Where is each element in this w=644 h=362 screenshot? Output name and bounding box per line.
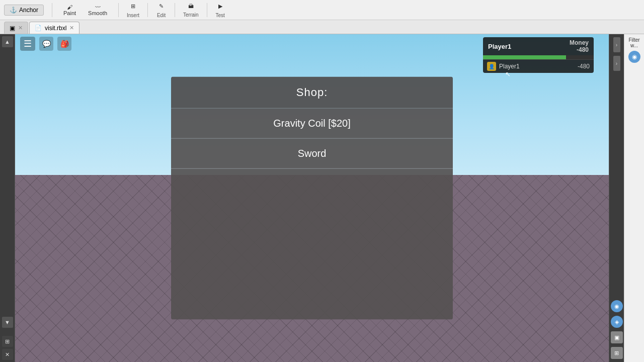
shop-title: Shop: (171, 77, 453, 109)
anchor-icon: ⚓ (10, 7, 17, 14)
filter-icon[interactable]: ◉ (628, 51, 640, 63)
bottom-icon-1[interactable]: ⊞ (2, 336, 13, 347)
smooth-btn[interactable]: 〰 Smooth (85, 3, 110, 17)
money-value: -480 (577, 46, 589, 53)
paint-btn[interactable]: 🖌 Paint (60, 3, 79, 17)
player-avatar: 👤 (487, 62, 496, 71)
player-name: Player1 (488, 43, 511, 50)
toolbar-divider-3 (147, 3, 148, 17)
anchor-btn[interactable]: ⚓ Anchor (4, 5, 44, 16)
tab-file-close[interactable]: ✕ (69, 25, 74, 31)
toolbar-divider-2 (118, 3, 119, 17)
game-viewport[interactable]: ☰ 💬 🎒 Player1 Money -480 👤 Player1 -480 (15, 34, 609, 362)
main-area: ▲ ▼ ⊞ ✕ ☰ 💬 🎒 Player1 Money -480 (0, 34, 644, 362)
tab-file-icon: 📄 (35, 25, 42, 31)
tab-main[interactable]: ▣ ✕ (4, 22, 28, 34)
filter-label: Filter w... (625, 36, 643, 49)
tab-main-icon: ▣ (10, 25, 15, 32)
edit-btn[interactable]: ✎ (156, 2, 167, 11)
insert-icon: ⊞ (131, 3, 135, 10)
player-health-bar (483, 55, 566, 59)
edit-label: Edit (157, 13, 166, 18)
player-row: 👤 Player1 -480 (483, 59, 594, 73)
edit-section: ✎ Edit (156, 2, 167, 18)
toolbar-left-group: ⚓ Anchor (4, 5, 44, 16)
output-icon[interactable]: ⊞ (611, 347, 623, 359)
insert-section: ⊞ Insert (127, 2, 139, 18)
terrain-btn[interactable]: 🏔 (185, 2, 197, 10)
terrain-section: 🏔 Terrain (183, 2, 199, 18)
player-info-panel: Player1 Money -480 👤 Player1 -480 (483, 37, 594, 73)
smooth-label: Smooth (88, 10, 107, 16)
money-label: Money (570, 39, 589, 46)
collapse-arrow-top[interactable]: › (613, 37, 620, 52)
terrain-icon: 🏔 (188, 3, 194, 9)
test-section: ▶ Test (215, 2, 225, 18)
toolbar-divider-5 (207, 3, 207, 17)
properties-icon[interactable]: ◉ (611, 300, 623, 312)
tabbar: ▣ ✕ 📄 visit.rbxl ✕ (0, 20, 644, 34)
test-icon: ▶ (218, 3, 222, 10)
toolbar-divider-4 (175, 3, 175, 17)
left-sidebar: ▲ ▼ ⊞ ✕ (0, 34, 15, 362)
scroll-up-arrow[interactable]: ▲ (2, 36, 13, 47)
terrain-label: Terrain (183, 12, 199, 18)
scroll-down-arrow[interactable]: ▼ (2, 317, 13, 328)
shop-empty-area (171, 169, 453, 320)
toolbar-divider-1 (52, 3, 52, 17)
paint-icon: 🖌 (67, 4, 72, 10)
backpack-button[interactable]: 🎒 (57, 37, 71, 51)
player-health-bar-container (483, 55, 594, 59)
test-btn[interactable]: ▶ (215, 2, 225, 11)
right-panel: › › ◉ ◈ ▣ ⊞ (609, 34, 624, 362)
shop-item-sword[interactable]: Sword (171, 139, 453, 169)
tab-main-close[interactable]: ✕ (18, 25, 23, 31)
player-money-small: -480 (578, 63, 590, 70)
toolbar: ⚓ Anchor 🖌 Paint 〰 Smooth ⊞ Insert ✎ Edi… (0, 0, 644, 20)
paint-label: Paint (63, 10, 76, 16)
collapse-arrow-mid[interactable]: › (613, 56, 620, 71)
tab-file[interactable]: 📄 visit.rbxl ✕ (29, 22, 79, 34)
toolbox-icon[interactable]: ▣ (611, 331, 623, 343)
bottom-icon-2[interactable]: ✕ (2, 349, 13, 360)
explorer-icon[interactable]: ◈ (611, 316, 623, 328)
test-label: Test (215, 13, 224, 18)
smooth-icon: 〰 (95, 4, 101, 10)
edit-icon: ✎ (159, 3, 164, 10)
insert-btn[interactable]: ⊞ (128, 2, 138, 11)
insert-label: Insert (127, 13, 139, 18)
chat-button[interactable]: 💬 (39, 37, 53, 51)
anchor-label: Anchor (19, 7, 38, 14)
shop-dialog: Shop: Gravity Coil [$20] Sword (171, 77, 453, 320)
hamburger-button[interactable]: ☰ (20, 37, 35, 51)
player-name-small: Player1 (499, 63, 575, 70)
tab-file-label: visit.rbxl (45, 25, 66, 32)
filter-panel: Filter w... ◉ (624, 34, 644, 362)
player-header: Player1 Money -480 (483, 37, 594, 55)
shop-item-gravity-coil[interactable]: Gravity Coil [$20] (171, 109, 453, 139)
